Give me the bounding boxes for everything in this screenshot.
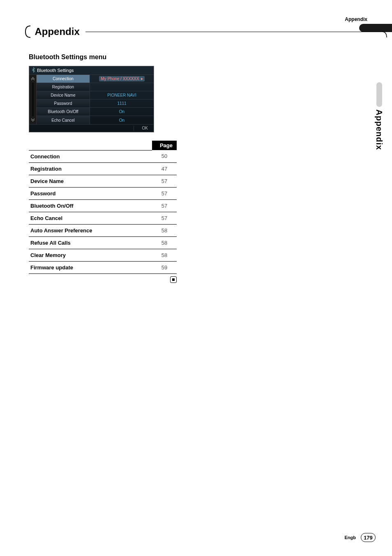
setting-row-value: My Phone / XXXXXX: [90, 76, 154, 81]
scroll-track[interactable]: [32, 83, 34, 116]
stop-icon: [170, 276, 177, 283]
setting-row-label: Bluetooth On/Off: [37, 108, 90, 116]
setting-row[interactable]: ConnectionMy Phone / XXXXXX: [37, 75, 154, 83]
index-page: 58: [152, 249, 177, 261]
bluetooth-icon: [32, 67, 35, 73]
index-item: Registration: [29, 162, 152, 175]
setting-row-label: Echo Cancel: [37, 116, 90, 124]
index-table: Page Connection50Registration47Device Na…: [29, 141, 177, 274]
settings-rows: ConnectionMy Phone / XXXXXXRegistrationD…: [37, 75, 154, 124]
index-item: Auto Answer Preference: [29, 224, 152, 236]
table-row: Firmware update59: [29, 261, 177, 273]
index-page: 59: [152, 261, 177, 273]
index-item: Device Name: [29, 175, 152, 187]
table-row: Bluetooth On/Off57: [29, 199, 177, 212]
subsection-title-name: Bluetooth Settings: [29, 53, 87, 60]
content-area: Bluetooth Settings menu Bluetooth Settin…: [29, 53, 193, 283]
index-page: 47: [152, 162, 177, 175]
index-page: 58: [152, 236, 177, 249]
setting-row-label: Password: [37, 100, 90, 107]
setting-row[interactable]: Echo CancelOn: [37, 116, 154, 124]
page-footer: Engb 179: [345, 533, 376, 542]
setting-row-value: On: [90, 118, 154, 123]
index-item: Password: [29, 187, 152, 199]
setting-row[interactable]: Registration: [37, 83, 154, 91]
index-page: 58: [152, 224, 177, 236]
screen-header: Bluetooth Settings: [29, 66, 154, 75]
table-row: Echo Cancel57: [29, 212, 177, 224]
scroll-up-icon[interactable]: [31, 76, 35, 81]
setting-row[interactable]: Device NamePIONEER NAVI: [37, 91, 154, 100]
settings-screenshot: Bluetooth Settings ConnectionMy Phone / …: [29, 66, 154, 132]
footer-divider: [134, 126, 134, 131]
scroll-down-icon[interactable]: [31, 118, 35, 123]
setting-row-value: PIONEER NAVI: [90, 93, 154, 97]
subsection-title: Bluetooth Settings menu: [29, 53, 193, 61]
side-tab-label: Appendix: [374, 109, 384, 150]
setting-row[interactable]: Password1111: [37, 100, 154, 108]
value-text: My Phone / XXXXXX: [101, 76, 139, 81]
header-section-label: Appendix: [345, 16, 367, 22]
title-line: [85, 32, 381, 32]
footer-language: Engb: [345, 535, 356, 540]
index-page: 57: [152, 212, 177, 224]
index-page: 57: [152, 199, 177, 212]
table-row: Auto Answer Preference58: [29, 224, 177, 236]
end-mark: [29, 276, 177, 283]
setting-row-value: On: [90, 109, 154, 114]
index-item: Connection: [29, 150, 152, 162]
setting-row[interactable]: Bluetooth On/OffOn: [37, 108, 154, 116]
index-header-empty: [29, 141, 152, 150]
side-tab-pill: [376, 82, 382, 107]
index-page: 50: [152, 150, 177, 162]
index-item: Refuse All Calls: [29, 236, 152, 249]
screen-title: Bluetooth Settings: [37, 68, 74, 73]
value-box[interactable]: My Phone / XXXXXX: [99, 76, 144, 81]
table-row: Refuse All Calls58: [29, 236, 177, 249]
screen-body: ConnectionMy Phone / XXXXXXRegistrationD…: [29, 75, 154, 124]
ok-button[interactable]: OK: [139, 126, 151, 131]
footer-page-number: 179: [361, 533, 376, 542]
index-item: Echo Cancel: [29, 212, 152, 224]
setting-row-label: Device Name: [37, 91, 90, 99]
title-line-end-icon: [382, 25, 387, 38]
side-tab: Appendix: [374, 82, 384, 150]
title-bar: Appendix: [25, 25, 392, 38]
index-page: 57: [152, 187, 177, 199]
index-page: 57: [152, 175, 177, 187]
screen-footer: OK: [29, 124, 154, 132]
table-row: Connection50: [29, 150, 177, 162]
table-row: Clear Memory58: [29, 249, 177, 261]
scroll-column: [29, 75, 37, 124]
setting-row-value: 1111: [90, 101, 154, 106]
title-bracket-icon: [25, 25, 30, 38]
table-row: Device Name57: [29, 175, 177, 187]
setting-row-label: Registration: [37, 83, 90, 91]
index-header-page: Page: [152, 141, 177, 150]
play-icon: [141, 78, 143, 80]
subsection-title-suffix: menu: [87, 53, 106, 60]
table-row: Password57: [29, 187, 177, 199]
index-item: Clear Memory: [29, 249, 152, 261]
index-item: Bluetooth On/Off: [29, 199, 152, 212]
index-item: Firmware update: [29, 261, 152, 273]
table-row: Registration47: [29, 162, 177, 175]
setting-row-label: Connection: [37, 75, 90, 83]
page-title: Appendix: [35, 26, 79, 37]
